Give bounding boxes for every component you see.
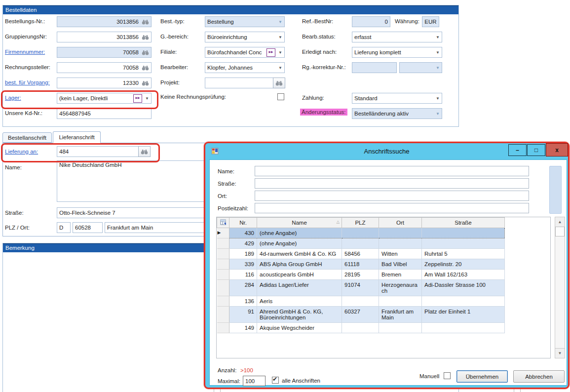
application-window: Bestelldaten Bestellungs-Nr.: 3013856 Gr… xyxy=(0,0,570,392)
projekt-field[interactable] xyxy=(205,78,273,88)
keine-rechnungspruefung-checkbox[interactable] xyxy=(277,93,284,100)
bestelldaten-group-header: Bestelldaten xyxy=(3,5,458,14)
close-button[interactable]: x xyxy=(546,143,568,157)
search-ort-input[interactable] xyxy=(255,191,529,201)
firmennummer-field[interactable]: 70058 xyxy=(57,47,152,58)
maximize-button[interactable]: □ xyxy=(527,144,545,156)
dropdown-arrow-icon[interactable]: ▼ xyxy=(434,50,440,55)
table-row[interactable]: 149Akquise Wegscheider xyxy=(217,323,551,333)
row-selector-cell[interactable] xyxy=(217,307,229,323)
row-selector-cell[interactable]: ▶ xyxy=(217,228,229,238)
filiale-combobox[interactable]: Bürofachhandel Conc ▶▶ ▼ xyxy=(205,47,285,58)
table-row[interactable]: 429(ohne Angabe) xyxy=(217,238,551,249)
row-selector-cell[interactable] xyxy=(217,259,229,270)
scrollbar-thumb[interactable] xyxy=(555,227,565,236)
manuell-checkbox[interactable] xyxy=(444,372,451,379)
binoculars-search-icon[interactable] xyxy=(142,35,149,40)
scroll-down-icon: ▼ xyxy=(558,351,562,355)
zahlung-combobox[interactable]: Standard ▼ xyxy=(352,93,442,104)
dropdown-arrow-icon[interactable]: ▼ xyxy=(434,96,440,101)
bestellungs-nr-field[interactable]: 3013856 xyxy=(57,16,152,27)
background-gridline xyxy=(520,389,521,392)
rg-korrektur-nr-combobox: ▼ xyxy=(399,62,442,73)
row-selector-cell[interactable] xyxy=(217,238,229,249)
best-fuer-vorgang-field[interactable]: 12330 xyxy=(57,78,152,88)
check-icon: ✔ xyxy=(272,376,277,383)
dropdown-arrow-icon: ▼ xyxy=(434,66,440,70)
column-header-nr[interactable]: Nr. xyxy=(229,218,257,228)
row-selector-cell[interactable] xyxy=(217,323,229,333)
waehrung-label: Währung: xyxy=(395,18,419,24)
minimize-button[interactable]: – xyxy=(508,144,527,156)
lookup-double-arrow-icon[interactable]: ▶▶ xyxy=(266,48,275,57)
window-app-icon xyxy=(211,147,219,155)
name-textarea[interactable] xyxy=(57,160,215,202)
table-row[interactable]: 116acousticpearls GmbH 28195Bremen Am Wa… xyxy=(217,270,551,280)
maximal-input[interactable] xyxy=(243,376,266,386)
table-row[interactable]: 1894d-raumwerk GmbH & Co. KG 58456Witten… xyxy=(217,249,551,259)
bearbeiter-combobox[interactable]: Klopfer, Johannes ▼ xyxy=(205,62,285,73)
binoculars-search-icon[interactable] xyxy=(142,80,149,86)
tab-lieferanschrift[interactable]: Lieferanschrift xyxy=(53,131,101,143)
dropdown-arrow-icon[interactable]: ▼ xyxy=(277,66,282,70)
table-row[interactable]: 284Adidas Lager/Liefer 91074Herzogenaura… xyxy=(217,280,551,296)
gruppierungs-nr-field[interactable]: 3013856 xyxy=(57,32,152,42)
ort-field[interactable]: Frankfurt am Main xyxy=(105,222,215,233)
search-side-strip[interactable] xyxy=(549,166,562,214)
search-plz-input[interactable] xyxy=(255,203,529,213)
waehrung-field[interactable]: EUR xyxy=(422,16,439,27)
row-selector-cell[interactable] xyxy=(217,296,229,307)
column-header-plz[interactable]: PLZ xyxy=(342,218,379,228)
lookup-double-arrow-icon[interactable]: ▶▶ xyxy=(133,94,142,103)
tab-bestellanschrift[interactable]: Bestellanschrift xyxy=(2,132,52,143)
table-row[interactable]: 136Aeris xyxy=(217,296,551,307)
ref-bestnr-field[interactable]: 0 xyxy=(352,16,390,27)
rechnungssteller-field[interactable]: 70058 xyxy=(57,62,152,73)
dropdown-arrow-icon[interactable]: ▼ xyxy=(434,35,440,39)
lager-combobox[interactable]: (kein Lager, Direktli ▶▶ ▼ xyxy=(57,93,152,104)
dropdown-arrow-icon[interactable]: ▼ xyxy=(277,50,282,55)
scroll-up-button[interactable]: ▲ xyxy=(555,217,565,227)
column-header-ort[interactable]: Ort xyxy=(379,218,422,228)
binoculars-search-icon[interactable] xyxy=(142,19,149,25)
bearb-status-combobox[interactable]: erfasst ▼ xyxy=(352,32,442,42)
erledigt-nach-combobox[interactable]: Lieferung komplett ▼ xyxy=(352,47,442,58)
plz-field[interactable]: 60528 xyxy=(73,222,103,233)
alle-anschriften-checkbox[interactable]: ✔ xyxy=(272,377,279,384)
dropdown-arrow-icon[interactable]: ▼ xyxy=(144,96,149,101)
strasse-label: Straße: xyxy=(5,210,24,216)
strasse-field[interactable]: Otto-Fleck-Schneise 7 xyxy=(57,207,215,218)
abbrechen-button[interactable]: Abbrechen xyxy=(513,370,565,383)
grid-scrollbar[interactable]: ▲ ▼ xyxy=(555,217,565,358)
anzahl-label: Anzahl: xyxy=(218,367,236,373)
manuell-label: Manuell xyxy=(419,373,439,379)
unsere-kd-nr-field[interactable]: 4564887945 xyxy=(57,108,152,119)
column-header-strasse[interactable]: Straße xyxy=(422,218,505,228)
search-strasse-input[interactable] xyxy=(255,178,529,189)
table-row[interactable]: 91Ahrend GmbH & Co. KG, Büroeinrichtunge… xyxy=(217,307,551,323)
binoculars-search-icon[interactable] xyxy=(142,65,149,71)
projekt-binoculars-button[interactable] xyxy=(273,78,285,88)
row-selector-cell[interactable] xyxy=(217,249,229,259)
grid-corner-cell[interactable] xyxy=(217,218,229,228)
row-selector-cell[interactable] xyxy=(217,270,229,280)
search-name-input[interactable] xyxy=(255,166,529,176)
lieferung-an-binoculars-button[interactable] xyxy=(138,146,151,157)
lieferung-an-field[interactable]: 484 xyxy=(57,146,139,157)
uebernehmen-button[interactable]: Übernehmen xyxy=(456,370,508,383)
table-row[interactable]: 339ABS Alpha Group GmbH 61118Bad Vilbel … xyxy=(217,259,551,270)
scroll-down-button[interactable]: ▼ xyxy=(555,348,565,358)
table-row[interactable]: ▶ 430(ohne Angabe) xyxy=(217,228,551,238)
bearb-status-label: Bearb.status: xyxy=(302,34,336,39)
g-bereich-combobox[interactable]: Büroeinrichtung ▼ xyxy=(205,32,285,42)
row-selector-cell[interactable] xyxy=(217,280,229,296)
lager-link[interactable]: Lager: xyxy=(5,95,21,101)
column-header-name[interactable]: Name△ xyxy=(257,218,342,228)
dropdown-arrow-icon[interactable]: ▼ xyxy=(277,35,282,39)
best-typ-combobox[interactable]: Bestellung ▼ xyxy=(205,16,285,27)
country-field[interactable]: D xyxy=(57,222,71,233)
best-fuer-vorgang-link[interactable]: best. für Vorgang: xyxy=(5,79,50,85)
firmennummer-link[interactable]: Firmennummer: xyxy=(5,49,45,55)
binoculars-search-icon[interactable] xyxy=(142,50,149,55)
lieferung-an-link[interactable]: Lieferung an: xyxy=(5,149,38,155)
